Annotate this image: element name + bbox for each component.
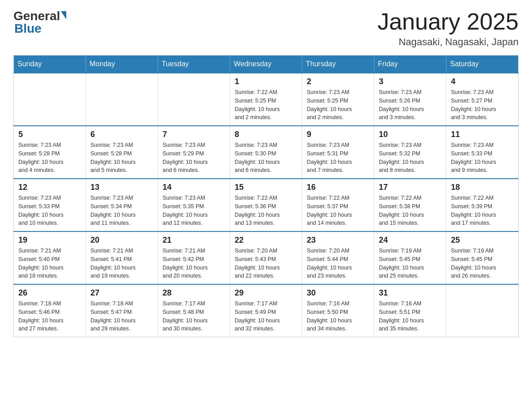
calendar-cell: 5Sunrise: 7:23 AM Sunset: 5:28 PM Daylig… [14, 126, 86, 179]
day-info: Sunrise: 7:23 AM Sunset: 5:28 PM Dayligh… [90, 141, 153, 175]
calendar-cell: 15Sunrise: 7:22 AM Sunset: 5:36 PM Dayli… [230, 179, 302, 231]
day-number: 19 [18, 235, 81, 245]
logo: General Blue [13, 9, 66, 36]
day-info: Sunrise: 7:22 AM Sunset: 5:36 PM Dayligh… [235, 194, 297, 227]
day-info: Sunrise: 7:19 AM Sunset: 5:45 PM Dayligh… [379, 247, 442, 280]
day-number: 15 [235, 183, 297, 192]
day-number: 29 [235, 288, 297, 298]
day-number: 6 [90, 130, 153, 139]
day-number: 9 [307, 130, 369, 139]
day-of-week-saturday: Saturday [446, 56, 519, 73]
calendar-cell: 3Sunrise: 7:23 AM Sunset: 5:26 PM Daylig… [374, 73, 446, 126]
day-number: 21 [163, 235, 225, 245]
calendar-body: 1Sunrise: 7:22 AM Sunset: 5:25 PM Daylig… [14, 73, 519, 337]
day-info: Sunrise: 7:23 AM Sunset: 5:34 PM Dayligh… [90, 194, 153, 227]
page-header: General Blue January 2025 Nagasaki, Naga… [13, 9, 519, 48]
day-info: Sunrise: 7:17 AM Sunset: 5:49 PM Dayligh… [235, 300, 297, 333]
day-info: Sunrise: 7:21 AM Sunset: 5:40 PM Dayligh… [18, 247, 81, 280]
calendar-week-2: 5Sunrise: 7:23 AM Sunset: 5:28 PM Daylig… [14, 126, 519, 179]
title-section: January 2025 Nagasaki, Nagasaki, Japan [378, 9, 519, 48]
calendar-cell: 21Sunrise: 7:21 AM Sunset: 5:42 PM Dayli… [158, 231, 230, 284]
calendar-cell: 20Sunrise: 7:21 AM Sunset: 5:41 PM Dayli… [86, 231, 158, 284]
calendar-cell: 22Sunrise: 7:20 AM Sunset: 5:43 PM Dayli… [230, 231, 302, 284]
day-number: 23 [307, 235, 369, 245]
days-of-week-row: SundayMondayTuesdayWednesdayThursdayFrid… [14, 56, 519, 73]
calendar-cell: 27Sunrise: 7:18 AM Sunset: 5:47 PM Dayli… [86, 284, 158, 337]
day-number: 24 [379, 235, 442, 245]
logo-arrow-icon [61, 11, 66, 19]
calendar-cell: 6Sunrise: 7:23 AM Sunset: 5:28 PM Daylig… [86, 126, 158, 179]
calendar-cell: 19Sunrise: 7:21 AM Sunset: 5:40 PM Dayli… [14, 231, 86, 284]
day-info: Sunrise: 7:23 AM Sunset: 5:33 PM Dayligh… [451, 141, 514, 175]
day-number: 22 [235, 235, 297, 245]
day-info: Sunrise: 7:23 AM Sunset: 5:28 PM Dayligh… [18, 141, 81, 175]
calendar-cell: 12Sunrise: 7:23 AM Sunset: 5:33 PM Dayli… [14, 179, 86, 231]
day-info: Sunrise: 7:23 AM Sunset: 5:32 PM Dayligh… [379, 141, 442, 175]
day-number: 30 [307, 288, 369, 298]
calendar-cell: 1Sunrise: 7:22 AM Sunset: 5:25 PM Daylig… [230, 73, 302, 126]
day-number: 8 [235, 130, 297, 139]
day-info: Sunrise: 7:23 AM Sunset: 5:26 PM Dayligh… [379, 88, 442, 122]
day-number: 13 [90, 183, 153, 192]
day-of-week-wednesday: Wednesday [230, 56, 302, 73]
day-number: 12 [18, 183, 81, 192]
day-number: 3 [379, 77, 442, 86]
calendar-cell: 28Sunrise: 7:17 AM Sunset: 5:48 PM Dayli… [158, 284, 230, 337]
day-number: 17 [379, 183, 442, 192]
calendar-cell: 17Sunrise: 7:22 AM Sunset: 5:38 PM Dayli… [374, 179, 446, 231]
day-number: 28 [163, 288, 225, 298]
calendar-week-4: 19Sunrise: 7:21 AM Sunset: 5:40 PM Dayli… [14, 231, 519, 284]
logo-blue-text: Blue [14, 21, 42, 36]
day-info: Sunrise: 7:17 AM Sunset: 5:48 PM Dayligh… [163, 300, 225, 333]
day-of-week-tuesday: Tuesday [158, 56, 230, 73]
day-of-week-monday: Monday [86, 56, 158, 73]
calendar-cell: 11Sunrise: 7:23 AM Sunset: 5:33 PM Dayli… [446, 126, 519, 179]
day-number: 16 [307, 183, 369, 192]
calendar-week-1: 1Sunrise: 7:22 AM Sunset: 5:25 PM Daylig… [14, 73, 519, 126]
day-number: 18 [451, 183, 514, 192]
day-info: Sunrise: 7:20 AM Sunset: 5:43 PM Dayligh… [235, 247, 297, 280]
day-of-week-sunday: Sunday [14, 56, 86, 73]
day-number: 5 [18, 130, 81, 139]
calendar-cell: 29Sunrise: 7:17 AM Sunset: 5:49 PM Dayli… [230, 284, 302, 337]
day-number: 7 [163, 130, 225, 139]
day-number: 20 [90, 235, 153, 245]
day-info: Sunrise: 7:23 AM Sunset: 5:35 PM Dayligh… [163, 194, 225, 227]
day-number: 31 [379, 288, 442, 298]
calendar-cell: 2Sunrise: 7:23 AM Sunset: 5:25 PM Daylig… [302, 73, 374, 126]
calendar-cell: 13Sunrise: 7:23 AM Sunset: 5:34 PM Dayli… [86, 179, 158, 231]
day-info: Sunrise: 7:18 AM Sunset: 5:47 PM Dayligh… [90, 300, 153, 333]
calendar-cell: 8Sunrise: 7:23 AM Sunset: 5:30 PM Daylig… [230, 126, 302, 179]
day-number: 25 [451, 235, 514, 245]
day-info: Sunrise: 7:18 AM Sunset: 5:46 PM Dayligh… [18, 300, 81, 333]
calendar-week-5: 26Sunrise: 7:18 AM Sunset: 5:46 PM Dayli… [14, 284, 519, 337]
day-info: Sunrise: 7:19 AM Sunset: 5:45 PM Dayligh… [451, 247, 514, 280]
day-number: 1 [235, 77, 297, 86]
calendar-cell [14, 73, 86, 126]
calendar-cell [446, 284, 519, 337]
day-info: Sunrise: 7:23 AM Sunset: 5:33 PM Dayligh… [18, 194, 81, 227]
calendar-cell: 24Sunrise: 7:19 AM Sunset: 5:45 PM Dayli… [374, 231, 446, 284]
calendar-cell: 14Sunrise: 7:23 AM Sunset: 5:35 PM Dayli… [158, 179, 230, 231]
location-label: Nagasaki, Nagasaki, Japan [378, 36, 519, 48]
calendar-cell: 10Sunrise: 7:23 AM Sunset: 5:32 PM Dayli… [374, 126, 446, 179]
calendar-cell: 9Sunrise: 7:23 AM Sunset: 5:31 PM Daylig… [302, 126, 374, 179]
calendar-cell: 18Sunrise: 7:22 AM Sunset: 5:39 PM Dayli… [446, 179, 519, 231]
day-info: Sunrise: 7:22 AM Sunset: 5:39 PM Dayligh… [451, 194, 514, 227]
day-info: Sunrise: 7:16 AM Sunset: 5:50 PM Dayligh… [307, 300, 369, 333]
calendar-cell: 30Sunrise: 7:16 AM Sunset: 5:50 PM Dayli… [302, 284, 374, 337]
calendar-cell: 26Sunrise: 7:18 AM Sunset: 5:46 PM Dayli… [14, 284, 86, 337]
day-info: Sunrise: 7:20 AM Sunset: 5:44 PM Dayligh… [307, 247, 369, 280]
calendar-week-3: 12Sunrise: 7:23 AM Sunset: 5:33 PM Dayli… [14, 179, 519, 231]
day-info: Sunrise: 7:23 AM Sunset: 5:25 PM Dayligh… [307, 88, 369, 122]
day-number: 14 [163, 183, 225, 192]
day-info: Sunrise: 7:23 AM Sunset: 5:30 PM Dayligh… [235, 141, 297, 175]
day-info: Sunrise: 7:23 AM Sunset: 5:27 PM Dayligh… [451, 88, 514, 122]
day-info: Sunrise: 7:16 AM Sunset: 5:51 PM Dayligh… [379, 300, 442, 333]
day-number: 2 [307, 77, 369, 86]
calendar-cell [86, 73, 158, 126]
calendar-cell: 16Sunrise: 7:22 AM Sunset: 5:37 PM Dayli… [302, 179, 374, 231]
day-info: Sunrise: 7:22 AM Sunset: 5:37 PM Dayligh… [307, 194, 369, 227]
calendar-cell [158, 73, 230, 126]
day-info: Sunrise: 7:21 AM Sunset: 5:42 PM Dayligh… [163, 247, 225, 280]
